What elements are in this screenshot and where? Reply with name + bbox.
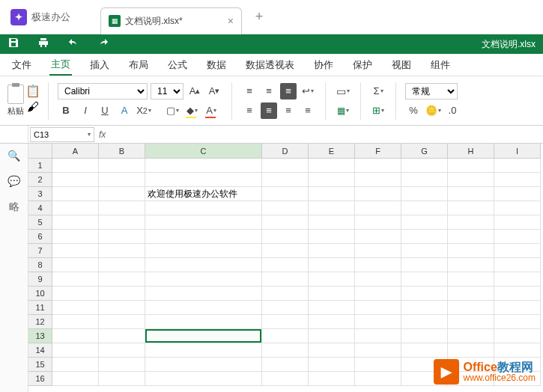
row-header[interactable]: 9 (28, 272, 52, 287)
cell[interactable] (494, 187, 541, 201)
cell[interactable] (494, 315, 541, 329)
add-tab-button[interactable]: + (255, 9, 264, 25)
cell[interactable] (494, 173, 541, 187)
cell[interactable] (52, 301, 99, 315)
border-button[interactable]: ▢▾ (164, 102, 181, 119)
row-header[interactable]: 4 (28, 201, 52, 215)
align-right-icon[interactable]: ≡ (280, 102, 297, 119)
cell[interactable] (99, 159, 145, 173)
cell[interactable] (145, 215, 262, 230)
cell[interactable] (448, 159, 494, 173)
cell[interactable] (494, 244, 541, 258)
decrease-font-icon[interactable]: A▾ (206, 83, 222, 99)
cell[interactable] (448, 201, 494, 215)
cell[interactable] (145, 301, 262, 315)
cell[interactable] (52, 287, 99, 301)
copy-icon[interactable]: 📋 (27, 85, 39, 97)
cell[interactable] (448, 215, 494, 230)
cell[interactable] (448, 258, 494, 272)
cell[interactable] (99, 315, 145, 329)
cell[interactable] (448, 272, 494, 287)
cell[interactable] (52, 372, 99, 386)
cell[interactable] (494, 201, 541, 215)
cell[interactable] (145, 287, 262, 301)
cell[interactable] (262, 201, 309, 215)
cell[interactable] (309, 287, 355, 301)
cell[interactable] (262, 315, 309, 329)
cell[interactable] (52, 315, 99, 329)
spreadsheet-grid[interactable]: ABCDEFGHI 12345678910111213141516 欢迎使用极速… (28, 144, 543, 392)
bold-button[interactable]: B (58, 102, 74, 119)
col-header[interactable]: F (355, 144, 401, 159)
cell[interactable] (52, 173, 99, 187)
cell[interactable] (309, 230, 355, 244)
cell[interactable] (494, 343, 541, 358)
cell[interactable] (262, 159, 309, 173)
cell[interactable] (355, 301, 401, 315)
cell[interactable] (145, 329, 262, 343)
cell[interactable] (99, 301, 145, 315)
ribbon-tab-3[interactable]: 布局 (127, 55, 150, 75)
cell[interactable] (401, 343, 448, 358)
cell[interactable] (99, 201, 145, 215)
cell[interactable] (145, 159, 262, 173)
col-header[interactable]: C (145, 144, 262, 159)
insert-cells-button[interactable]: ⊞▾ (370, 102, 386, 119)
ribbon-tab-5[interactable]: 数据 (205, 55, 228, 75)
row-header[interactable]: 1 (28, 159, 52, 173)
cell[interactable] (355, 258, 401, 272)
cell[interactable] (262, 287, 309, 301)
cell[interactable] (494, 272, 541, 287)
cell[interactable] (262, 215, 309, 230)
format-painter-icon[interactable]: 🖌 (27, 101, 39, 113)
cell[interactable] (448, 329, 494, 343)
formula-input[interactable] (110, 127, 543, 142)
font-style-button[interactable]: A (116, 102, 133, 119)
cell[interactable] (262, 372, 309, 386)
wrap-text-button[interactable]: ↩▾ (300, 83, 316, 99)
cell[interactable] (262, 244, 309, 258)
cell[interactable] (145, 272, 262, 287)
cell[interactable] (309, 329, 355, 343)
decimal-button[interactable]: .0 (444, 102, 461, 119)
insert-function-button[interactable]: Σ▾ (370, 83, 386, 99)
cell[interactable] (309, 301, 355, 315)
cell[interactable] (401, 201, 448, 215)
cell[interactable] (99, 173, 145, 187)
cell[interactable] (401, 329, 448, 343)
cell[interactable] (52, 272, 99, 287)
cell[interactable] (99, 230, 145, 244)
ribbon-tab-10[interactable]: 组件 (429, 55, 452, 75)
redo-icon[interactable] (97, 37, 109, 52)
cell[interactable] (99, 258, 145, 272)
row-header[interactable]: 8 (28, 258, 52, 272)
cell[interactable] (145, 372, 262, 386)
save-icon[interactable] (7, 37, 19, 52)
cell[interactable] (494, 301, 541, 315)
percent-button[interactable]: % (405, 102, 422, 119)
font-color-button[interactable]: A▾ (203, 102, 219, 119)
cell[interactable] (448, 287, 494, 301)
cell[interactable] (355, 159, 401, 173)
cell[interactable] (145, 358, 262, 372)
ribbon-tab-9[interactable]: 视图 (390, 55, 413, 75)
cell[interactable] (145, 173, 262, 187)
cell[interactable] (52, 201, 99, 215)
cell[interactable] (401, 315, 448, 329)
align-middle-icon[interactable]: ≡ (261, 83, 277, 99)
ribbon-tab-0[interactable]: 文件 (10, 55, 33, 75)
cell[interactable] (145, 343, 262, 358)
cell[interactable] (52, 159, 99, 173)
cell[interactable]: 欢迎使用极速办公软件 (145, 187, 262, 201)
fill-color-button[interactable]: ◆▾ (183, 102, 200, 119)
ribbon-tab-1[interactable]: 主页 (49, 55, 72, 76)
cell[interactable] (494, 258, 541, 272)
cell[interactable] (448, 230, 494, 244)
document-tab[interactable]: ▦ 文档说明.xlsx* × (100, 7, 242, 34)
search-icon[interactable]: 🔍 (7, 150, 20, 162)
cell[interactable] (262, 272, 309, 287)
cell[interactable] (262, 301, 309, 315)
cell[interactable] (145, 258, 262, 272)
chinese-tool-icon[interactable]: 略 (9, 200, 19, 214)
align-top-icon[interactable]: ≡ (241, 83, 258, 99)
